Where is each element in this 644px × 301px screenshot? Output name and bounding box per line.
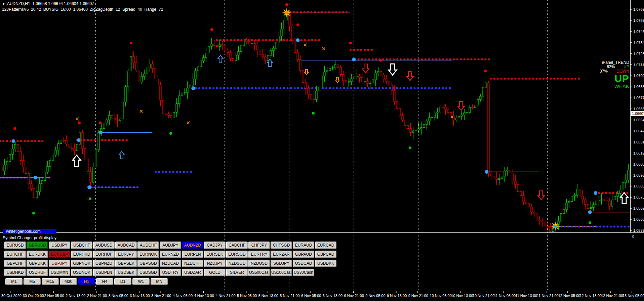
timeframe-button-w1[interactable]: W1 [132, 278, 150, 285]
time-tick-label: 10 Nov 05:00 [430, 294, 451, 298]
ipanel-trend-strength: WEAK [592, 84, 629, 89]
symbol-button-eurpln[interactable]: EURPLN [182, 251, 203, 258]
symbol-button-audcad[interactable]: AUDCAD [115, 242, 137, 249]
symbol-button-usdsek[interactable]: USDSEK [115, 269, 137, 276]
timeframe-button-d1[interactable]: D1 [114, 278, 131, 285]
time-tick-label: 6 Nov 05:00 [301, 294, 321, 298]
symbol-button-gbpdkk[interactable]: GBPDKK [27, 260, 48, 267]
symbol-button-gbpcad[interactable]: GBPCAD [315, 251, 336, 258]
ohlc-readout: AUDNZD,H1 1.06658 1.06676 1.06604 1.0660… [7, 1, 94, 6]
price-tick-label: 1.05390 [633, 228, 644, 232]
time-tick-label: 9 Nov 13:00 [387, 294, 407, 298]
price-tick-label: 1.06425 [633, 129, 644, 133]
symbol-button-gbpusd[interactable]: GBPUSD [27, 242, 48, 249]
up-arrow-icon [119, 152, 124, 159]
timeframe-button-h4[interactable]: H4 [96, 278, 113, 285]
symbol-button-audnzd[interactable]: AUDNZD [182, 242, 203, 249]
indicator-readout: 123PatternsV6 20:42 BUYSIG 16:00 1.06460… [2, 7, 163, 12]
time-tick-label: 4 Nov 21:00 [215, 294, 235, 298]
symbol-button-gbpnzd[interactable]: GBPNZD [93, 260, 115, 267]
watermark-label: whitetigertools.com [3, 229, 56, 234]
time-tick-label: 13 Nov 05:00 [622, 294, 644, 298]
ipanel-down-pct: 37% [600, 69, 608, 74]
symbol-button-audjpy[interactable]: AUDJPY [160, 242, 181, 249]
symbol-button-eurzar[interactable]: EURZAR [271, 251, 292, 258]
symbol-button-chfsgd[interactable]: CHFSGD [271, 242, 292, 249]
symbol-button-audusd[interactable]: AUDUSD [93, 242, 115, 249]
price-tick-label: 1.06655 [633, 107, 644, 111]
symbol-button-usdchf[interactable]: USDCHF [71, 242, 92, 249]
timeframe-button-h1[interactable]: H1 [78, 278, 95, 285]
symbol-button-usdcad[interactable]: USDCAD [293, 260, 314, 267]
symbol-button-eursgd[interactable]: EURSGD [226, 251, 248, 258]
timeframe-button-m1[interactable]: M1 [5, 278, 23, 285]
price-tick-label: 1.07115 [633, 63, 644, 67]
symbol-button-usdmxn[interactable]: USDMXN [49, 269, 70, 276]
symbol-button-eurnzd[interactable]: EURNZD [160, 251, 181, 258]
symbol-button-eurusd[interactable]: EURUSD [4, 242, 26, 249]
symbol-button-cadjpy[interactable]: CADJPY [204, 242, 226, 249]
timeframe-button-mn[interactable]: MN [151, 278, 168, 285]
price-tick-label: 1.05735 [633, 195, 644, 199]
symbol-button-eurgbp[interactable]: EURGBP [49, 251, 70, 258]
symbol-button-usdtry[interactable]: USDTRY [160, 269, 181, 276]
symbol-button-nzdusd[interactable]: NZDUSD [248, 260, 270, 267]
ipanel-trend-value: UP [592, 74, 629, 84]
symbol-changer-panel: Symbol Changer profit display EURUSDGBPU… [0, 234, 644, 291]
symbol-button-usdnok[interactable]: USDNOK [71, 269, 92, 276]
symbol-button-gbpjpy[interactable]: GBPJPY [49, 260, 70, 267]
symbol-button-nzdcad[interactable]: NZDCAD [160, 260, 181, 267]
symbol-button-usdsgd[interactable]: USDSGD [137, 269, 159, 276]
symbol-button-usdjpy[interactable]: USDJPY [49, 242, 70, 249]
ipanel-trend-widget: iPanel_TREND 63%UP 37%DOWN UP WEAK [592, 60, 629, 89]
symbol-button-nzdchf[interactable]: NZDCHF [182, 260, 203, 267]
symbol-button-usddkk[interactable]: USDDKK [315, 260, 336, 267]
symbol-button-silver[interactable]: SILVER [226, 269, 248, 276]
symbol-button-us30cash[interactable]: US30Cash [293, 269, 314, 276]
symbol-button-audchf[interactable]: AUDCHF [137, 242, 159, 249]
symbol-button-gold[interactable]: GOLD [204, 269, 226, 276]
time-tick-label: 5 Nov 13:00 [258, 294, 278, 298]
symbol-button-gbpsgd[interactable]: GBPSGD [137, 260, 159, 267]
symbol-button-euraud[interactable]: EURAUD [293, 242, 314, 249]
symbol-button-eurdkk[interactable]: EURDKK [27, 251, 48, 258]
symbol-button-chfjpy[interactable]: CHFJPY [248, 242, 270, 249]
symbol-button-eurhuf[interactable]: EURHUF [93, 251, 115, 258]
symbol-button-cadchf[interactable]: CADCHF [226, 242, 248, 249]
timeframe-button-m15[interactable]: M15 [42, 278, 59, 285]
symbol-button-usdhuf[interactable]: USDHUF [27, 269, 48, 276]
symbol-button-eurhkd[interactable]: EURHKD [71, 251, 92, 258]
symbol-button-gbpaud[interactable]: GBPAUD [293, 251, 314, 258]
symbol-button-eurjpy[interactable]: EURJPY [115, 251, 137, 258]
symbol-button-sgdjpy[interactable]: SGDJPY [271, 260, 292, 267]
symbol-button-us100cash[interactable]: US100Cash [271, 269, 292, 276]
timeframe-button-m30[interactable]: M30 [60, 278, 77, 285]
timeframe-button-m5[interactable]: M5 [24, 278, 41, 285]
symbol-button-usdzar[interactable]: USDZAR [182, 269, 203, 276]
symbol-dropdown-icon[interactable]: ▼ [2, 2, 5, 6]
symbol-button-eurnok[interactable]: EURNOK [137, 251, 159, 258]
symbol-button-gbpnok[interactable]: GBPNOK [71, 260, 92, 267]
symbol-button-eurcad[interactable]: EURCAD [315, 242, 336, 249]
symbol-button-nzdsgd[interactable]: NZDSGD [226, 260, 248, 267]
time-tick-label: 6 Nov 21:00 [344, 294, 364, 298]
symbol-button-usdpln[interactable]: USDPLN [93, 269, 115, 276]
down-arrow-icon [538, 191, 544, 200]
up-arrow-icon [73, 155, 81, 166]
panel-separator-line[interactable] [0, 234, 644, 234]
symbol-button-eursek[interactable]: EURSEK [204, 251, 226, 258]
down-arrow-icon [362, 64, 369, 73]
time-tick-label: 30 Oct 20:00 [23, 294, 44, 298]
symbol-button-us500cash[interactable]: US500Cash [248, 269, 270, 276]
time-tick-label: 3 Nov 05:00 [109, 294, 128, 298]
symbol-button-gbpchf[interactable]: GBPCHF [4, 260, 26, 267]
time-tick-label: 3 Nov 21:00 [151, 294, 171, 298]
symbol-button-eurtry[interactable]: EURTRY [248, 251, 270, 258]
down-arrow-icon [389, 64, 397, 75]
symbol-button-gbpsek[interactable]: GBPSEK [115, 260, 137, 267]
symbol-button-nzdjpy[interactable]: NZDJPY [204, 260, 226, 267]
ipanel-up-pct: 63% [607, 65, 615, 69]
symbol-button-usdhkd[interactable]: USDHKD [4, 269, 26, 276]
symbol-button-eurchf[interactable]: EURCHF [4, 251, 26, 258]
time-axis[interactable]: 30 Oct 202030 Oct 20:002 Nov 05:002 Nov … [0, 292, 644, 301]
